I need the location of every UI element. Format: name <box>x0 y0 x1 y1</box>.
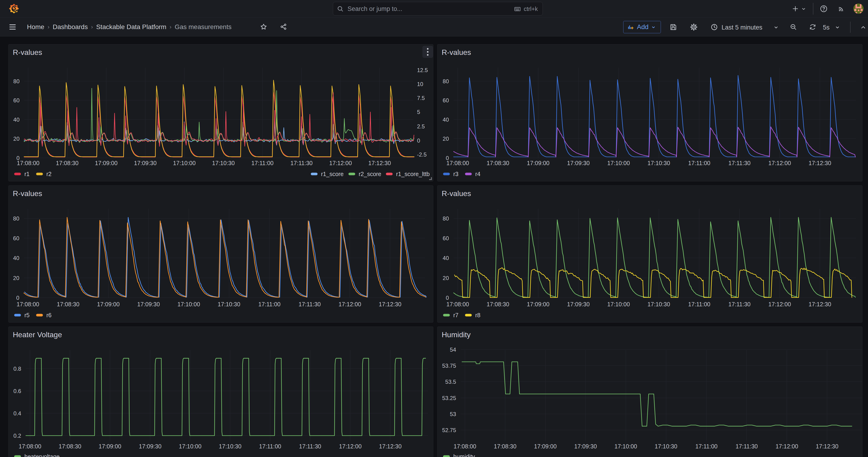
svg-text:17:11:00: 17:11:00 <box>251 160 273 166</box>
svg-text:17:10:30: 17:10:30 <box>647 160 670 166</box>
svg-text:17:08:30: 17:08:30 <box>56 160 78 166</box>
svg-text:17:09:00: 17:09:00 <box>99 443 121 450</box>
svg-text:53.75: 53.75 <box>442 363 456 369</box>
svg-text:17:09:30: 17:09:30 <box>567 301 590 307</box>
svg-text:17:09:00: 17:09:00 <box>527 160 549 166</box>
svg-text:17:09:30: 17:09:30 <box>137 301 160 307</box>
svg-text:40: 40 <box>13 117 20 123</box>
svg-text:-2.5: -2.5 <box>417 151 427 158</box>
svg-text:17:12:30: 17:12:30 <box>816 443 838 450</box>
svg-text:17:10:30: 17:10:30 <box>218 301 240 307</box>
svg-text:17:12:30: 17:12:30 <box>808 160 831 166</box>
svg-text:17:12:30: 17:12:30 <box>808 301 831 307</box>
svg-text:17:11:30: 17:11:30 <box>736 443 757 450</box>
svg-text:17:08:30: 17:08:30 <box>487 301 509 307</box>
svg-text:12.5: 12.5 <box>417 67 428 73</box>
svg-text:17:08:00: 17:08:00 <box>446 160 469 166</box>
svg-text:20: 20 <box>443 275 449 281</box>
svg-text:17:10:00: 17:10:00 <box>607 160 630 166</box>
svg-text:17:12:30: 17:12:30 <box>368 160 391 166</box>
svg-text:60: 60 <box>443 235 449 241</box>
svg-text:17:10:00: 17:10:00 <box>173 160 195 166</box>
svg-text:17:11:00: 17:11:00 <box>688 160 710 166</box>
svg-text:Humidity: Humidity <box>442 331 470 339</box>
svg-text:r8: r8 <box>475 312 480 318</box>
svg-text:17:12:00: 17:12:00 <box>329 160 352 166</box>
svg-text:17:08:00: 17:08:00 <box>446 301 469 307</box>
svg-text:17:12:30: 17:12:30 <box>379 443 401 450</box>
svg-text:17:10:30: 17:10:30 <box>647 301 670 307</box>
svg-text:R-values: R-values <box>13 48 42 57</box>
svg-text:40: 40 <box>443 255 449 261</box>
svg-text:60: 60 <box>443 97 449 103</box>
svg-text:53.25: 53.25 <box>442 395 456 401</box>
svg-text:17:09:00: 17:09:00 <box>527 301 549 307</box>
svg-text:17:11:30: 17:11:30 <box>290 160 312 166</box>
svg-text:7.5: 7.5 <box>417 95 425 101</box>
svg-text:17:11:00: 17:11:00 <box>695 443 717 450</box>
svg-text:53.5: 53.5 <box>445 378 456 385</box>
svg-text:R-values: R-values <box>13 189 42 198</box>
svg-text:17:09:00: 17:09:00 <box>97 301 120 307</box>
svg-text:60: 60 <box>13 97 20 103</box>
svg-text:54: 54 <box>450 346 456 353</box>
svg-text:17:08:00: 17:08:00 <box>454 443 476 450</box>
svg-text:52.75: 52.75 <box>442 427 456 433</box>
svg-text:17:09:30: 17:09:30 <box>574 443 597 450</box>
svg-text:80: 80 <box>13 78 20 84</box>
svg-text:0: 0 <box>417 138 420 144</box>
svg-text:0: 0 <box>446 295 449 301</box>
svg-text:80: 80 <box>443 215 449 222</box>
svg-text:17:11:00: 17:11:00 <box>259 443 281 450</box>
svg-text:80: 80 <box>13 215 19 222</box>
svg-text:17:08:00: 17:08:00 <box>19 443 41 450</box>
svg-text:17:12:30: 17:12:30 <box>379 301 401 307</box>
svg-text:40: 40 <box>443 117 449 123</box>
svg-text:r6: r6 <box>46 312 51 318</box>
svg-text:60: 60 <box>13 235 19 241</box>
svg-text:17:10:00: 17:10:00 <box>614 443 637 450</box>
svg-text:17:08:30: 17:08:30 <box>487 160 509 166</box>
svg-text:17:09:30: 17:09:30 <box>139 443 161 450</box>
svg-text:10: 10 <box>417 81 423 87</box>
svg-text:r1_score_lttb: r1_score_lttb <box>396 171 430 177</box>
svg-text:humidity: humidity <box>453 453 475 457</box>
svg-text:0: 0 <box>16 295 19 301</box>
svg-text:17:10:00: 17:10:00 <box>607 301 630 307</box>
svg-text:20: 20 <box>13 135 20 142</box>
svg-text:17:11:30: 17:11:30 <box>299 443 321 450</box>
svg-text:17:08:00: 17:08:00 <box>17 301 39 307</box>
svg-text:17:10:30: 17:10:30 <box>655 443 677 450</box>
svg-text:r7: r7 <box>453 312 458 318</box>
svg-text:20: 20 <box>13 275 19 281</box>
svg-text:17:10:30: 17:10:30 <box>212 160 235 166</box>
svg-text:5: 5 <box>417 109 420 115</box>
svg-text:0.2: 0.2 <box>13 433 21 439</box>
svg-text:17:10:30: 17:10:30 <box>219 443 241 450</box>
svg-text:17:11:00: 17:11:00 <box>258 301 280 307</box>
svg-text:17:11:00: 17:11:00 <box>688 301 710 307</box>
svg-text:17:10:00: 17:10:00 <box>177 301 200 307</box>
svg-text:0.4: 0.4 <box>13 410 21 417</box>
svg-text:53: 53 <box>450 411 456 417</box>
svg-text:17:12:00: 17:12:00 <box>338 301 361 307</box>
svg-text:17:11:30: 17:11:30 <box>728 160 750 166</box>
svg-text:17:11:30: 17:11:30 <box>299 301 320 307</box>
svg-text:r1: r1 <box>24 171 30 177</box>
svg-text:40: 40 <box>13 255 19 261</box>
svg-text:0.8: 0.8 <box>13 366 21 372</box>
svg-text:R-values: R-values <box>442 48 471 57</box>
svg-text:2.5: 2.5 <box>417 123 425 129</box>
svg-text:r3: r3 <box>453 171 458 177</box>
svg-text:r4: r4 <box>475 171 480 177</box>
svg-text:r5: r5 <box>24 312 30 318</box>
svg-text:heatervoltage: heatervoltage <box>24 453 60 457</box>
svg-text:r2: r2 <box>46 171 51 177</box>
svg-text:17:12:00: 17:12:00 <box>775 443 798 450</box>
svg-text:17:12:00: 17:12:00 <box>768 301 791 307</box>
svg-text:17:12:00: 17:12:00 <box>768 160 791 166</box>
svg-text:17:12:00: 17:12:00 <box>339 443 362 450</box>
svg-text:R-values: R-values <box>442 189 471 198</box>
svg-text:0.6: 0.6 <box>13 388 21 394</box>
svg-text:17:10:00: 17:10:00 <box>179 443 201 450</box>
